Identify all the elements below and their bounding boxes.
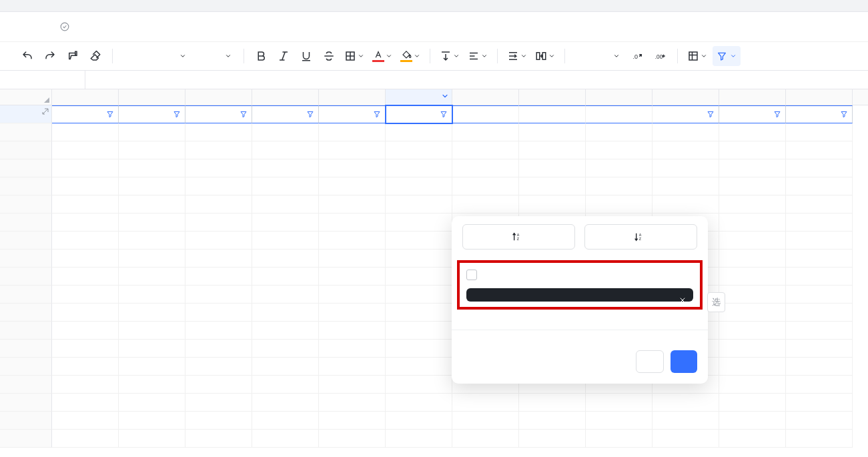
cell[interactable] (52, 286, 119, 304)
row-header[interactable] (0, 286, 52, 304)
cell-filter-button[interactable] (104, 108, 116, 120)
cell[interactable] (786, 159, 853, 177)
row-header[interactable] (0, 394, 52, 412)
cell[interactable] (386, 304, 452, 322)
cell[interactable] (319, 286, 386, 304)
cell[interactable] (119, 159, 185, 177)
cell[interactable] (252, 304, 319, 322)
cell[interactable] (719, 358, 786, 376)
cell[interactable] (452, 141, 519, 159)
cell[interactable] (252, 322, 319, 340)
cell[interactable] (252, 177, 319, 195)
cell[interactable] (252, 250, 319, 268)
cell[interactable] (119, 394, 185, 412)
cell[interactable] (452, 177, 519, 195)
personal-mode-checkbox[interactable] (466, 270, 477, 280)
cell-filter-button[interactable] (838, 108, 850, 120)
cell[interactable] (52, 141, 119, 159)
column-header[interactable] (519, 89, 586, 105)
cell-filter-button[interactable] (171, 108, 183, 120)
cell[interactable] (653, 123, 719, 141)
cell[interactable] (185, 394, 252, 412)
cell[interactable] (586, 141, 653, 159)
cell[interactable] (519, 412, 586, 430)
cell[interactable] (653, 412, 719, 430)
cell[interactable] (185, 232, 252, 250)
cell[interactable] (386, 177, 452, 195)
cell[interactable] (519, 177, 586, 195)
cell[interactable] (119, 250, 185, 268)
column-header[interactable] (586, 89, 653, 105)
cell[interactable] (386, 213, 452, 232)
cell[interactable] (386, 105, 452, 123)
cell[interactable] (386, 394, 452, 412)
column-header[interactable] (185, 89, 252, 105)
cell[interactable] (52, 250, 119, 268)
cell[interactable] (185, 250, 252, 268)
cell[interactable] (319, 213, 386, 232)
cell[interactable] (252, 340, 319, 358)
row-header[interactable] (0, 195, 52, 213)
cell[interactable] (719, 340, 786, 358)
cell[interactable] (452, 105, 519, 123)
cell-filter-button[interactable] (304, 108, 316, 120)
column-header[interactable] (252, 89, 319, 105)
cell[interactable] (119, 430, 185, 448)
cell[interactable] (719, 268, 786, 286)
cell[interactable] (386, 159, 452, 177)
cell[interactable] (185, 304, 252, 322)
cell[interactable] (786, 376, 853, 394)
undo-button[interactable] (17, 46, 37, 66)
cell[interactable] (319, 376, 386, 394)
font-size-select[interactable] (195, 46, 237, 66)
cell[interactable] (252, 141, 319, 159)
cell[interactable] (319, 394, 386, 412)
row-header[interactable] (0, 376, 52, 394)
cell[interactable] (386, 412, 452, 430)
cell[interactable] (719, 105, 786, 123)
cell[interactable] (719, 286, 786, 304)
borders-button[interactable] (342, 46, 367, 66)
cell[interactable] (119, 232, 185, 250)
sort-asc-button[interactable] (462, 224, 575, 250)
row-header[interactable] (0, 304, 52, 322)
cell[interactable] (786, 268, 853, 286)
cell[interactable] (653, 105, 719, 123)
decrease-decimal-button[interactable] (628, 46, 648, 66)
cell[interactable] (319, 195, 386, 213)
cell[interactable] (719, 159, 786, 177)
cell[interactable] (252, 412, 319, 430)
cell[interactable] (586, 159, 653, 177)
cell[interactable] (319, 412, 386, 430)
cell[interactable] (653, 430, 719, 448)
cell[interactable] (586, 412, 653, 430)
cell[interactable] (119, 195, 185, 213)
cell[interactable] (119, 286, 185, 304)
cell[interactable] (252, 430, 319, 448)
filter-button[interactable] (713, 46, 741, 66)
cell[interactable] (786, 394, 853, 412)
cell[interactable] (319, 430, 386, 448)
row-header[interactable] (0, 159, 52, 177)
cell[interactable] (185, 159, 252, 177)
cell[interactable] (52, 105, 119, 123)
cell[interactable] (252, 159, 319, 177)
cell[interactable] (452, 123, 519, 141)
row-header[interactable] (0, 141, 52, 159)
tooltip-close-button[interactable] (679, 295, 687, 308)
merge-button[interactable] (532, 46, 558, 66)
cell[interactable] (52, 195, 119, 213)
cell[interactable] (252, 123, 319, 141)
cell[interactable] (119, 123, 185, 141)
redo-button[interactable] (40, 46, 60, 66)
halign-button[interactable] (465, 46, 490, 66)
cell[interactable] (52, 213, 119, 232)
cell[interactable] (185, 286, 252, 304)
font-select[interactable] (119, 46, 193, 66)
cell[interactable] (653, 141, 719, 159)
cell[interactable] (252, 358, 319, 376)
cell[interactable] (52, 123, 119, 141)
eraser-button[interactable] (85, 46, 105, 66)
cell[interactable] (386, 232, 452, 250)
cell[interactable] (452, 195, 519, 213)
